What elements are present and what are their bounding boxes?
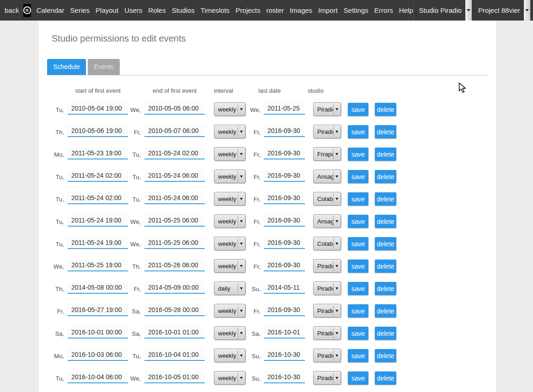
end-datetime-input[interactable] [144,304,205,316]
studio-select[interactable]: Piradio [313,125,341,138]
studio-select[interactable]: Piradio [313,371,341,385]
last-date-input[interactable] [264,214,305,227]
delete-button[interactable]: delete [375,237,396,250]
interval-select[interactable]: weekly [214,102,245,116]
start-datetime-input[interactable] [68,371,128,383]
delete-button[interactable]: delete [375,349,396,362]
studio-select[interactable]: Piradio [313,349,341,362]
end-datetime-input[interactable] [144,326,205,339]
nav-item-roles[interactable]: Roles [148,6,165,14]
delete-button[interactable]: delete [375,327,396,340]
start-datetime-input[interactable] [68,326,128,339]
start-datetime-input[interactable] [68,170,128,182]
end-datetime-input[interactable] [144,102,205,115]
project-context-select[interactable]: Project 88vier [478,0,530,21]
delete-button[interactable]: delete [375,148,396,161]
start-datetime-input[interactable] [68,259,128,271]
delete-button[interactable]: delete [375,260,396,273]
delete-button[interactable]: delete [375,282,396,295]
interval-select[interactable]: weekly [214,237,245,250]
studio-select[interactable]: Piradio [313,102,341,116]
save-button[interactable]: save [348,260,368,273]
nav-item-users[interactable]: Users [124,6,142,14]
last-date-input[interactable] [264,237,305,249]
nav-item-settings[interactable]: Settings [344,6,368,14]
start-datetime-input[interactable] [68,304,128,316]
app-logo-icon[interactable]: π [23,4,31,17]
save-button[interactable]: save [348,237,368,250]
nav-item-timeslots[interactable]: Timeslots [201,6,230,14]
nav-item-projects[interactable]: Projects [235,6,260,14]
studio-select[interactable]: Piradio [313,304,341,318]
last-date-input[interactable] [264,125,305,137]
interval-select[interactable]: weekly [214,349,245,362]
end-datetime-input[interactable] [144,281,205,294]
interval-select[interactable]: weekly [214,259,245,273]
tab-events[interactable]: Events [88,59,120,75]
last-date-input[interactable] [264,147,305,159]
nav-item-series[interactable]: Series [70,6,90,14]
nav-item-import[interactable]: Import [318,6,338,14]
end-datetime-input[interactable] [144,125,205,137]
nav-item-errors[interactable]: Errors [374,6,393,14]
nav-back-link[interactable]: back [5,6,19,14]
start-datetime-input[interactable] [68,214,128,227]
delete-button[interactable]: delete [375,125,396,138]
studio-context-select[interactable]: Studio Piradio [419,0,472,21]
interval-select[interactable]: weekly [214,214,245,228]
save-button[interactable]: save [348,125,368,138]
save-button[interactable]: save [348,349,368,362]
end-datetime-input[interactable] [144,349,205,361]
save-button[interactable]: save [348,282,368,295]
last-date-input[interactable] [264,192,305,204]
interval-select[interactable]: weekly [214,192,245,206]
studio-select[interactable]: Ansage [313,214,341,228]
nav-item-help[interactable]: Help [399,6,413,14]
studio-select[interactable]: Ansage [313,170,341,183]
end-datetime-input[interactable] [144,147,205,159]
end-datetime-input[interactable] [144,170,205,182]
start-datetime-input[interactable] [68,102,128,115]
end-datetime-input[interactable] [144,259,205,271]
save-button[interactable]: save [348,192,368,206]
start-datetime-input[interactable] [68,281,128,294]
save-button[interactable]: save [348,327,368,340]
save-button[interactable]: save [348,371,368,385]
save-button[interactable]: save [348,148,368,161]
interval-select[interactable]: weekly [214,147,245,161]
start-datetime-input[interactable] [68,237,128,249]
delete-button[interactable]: delete [375,103,396,116]
nav-item-calendar[interactable]: Calendar [37,6,64,14]
start-datetime-input[interactable] [68,192,128,204]
interval-select[interactable]: weekly [214,304,245,318]
last-date-input[interactable] [264,281,305,294]
studio-select[interactable]: Piradio [313,259,341,273]
last-date-input[interactable] [264,102,305,115]
nav-item-roster[interactable]: roster [266,6,284,14]
interval-select[interactable]: weekly [214,326,245,340]
nav-item-studios[interactable]: Studios [172,6,195,14]
save-button[interactable]: save [348,215,368,228]
tab-schedule[interactable]: Schedule [47,59,86,75]
studio-select[interactable]: Piradio [313,326,341,340]
end-datetime-input[interactable] [144,237,205,249]
save-button[interactable]: save [348,103,368,116]
delete-button[interactable]: delete [375,170,396,183]
last-date-input[interactable] [264,349,305,361]
end-datetime-input[interactable] [144,214,205,227]
last-date-input[interactable] [264,170,305,182]
start-datetime-input[interactable] [68,125,128,137]
save-button[interactable]: save [348,304,368,318]
last-date-input[interactable] [264,326,305,339]
nav-item-playout[interactable]: Playout [96,6,118,14]
last-date-input[interactable] [264,371,305,383]
last-date-input[interactable] [264,304,305,316]
delete-button[interactable]: delete [375,215,396,228]
delete-button[interactable]: delete [375,192,396,206]
studio-select[interactable]: Colabo [313,192,341,206]
end-datetime-input[interactable] [144,371,205,383]
interval-select[interactable]: weekly [214,170,245,183]
nav-item-images[interactable]: Images [290,6,312,14]
end-datetime-input[interactable] [144,192,205,204]
start-datetime-input[interactable] [68,349,128,361]
